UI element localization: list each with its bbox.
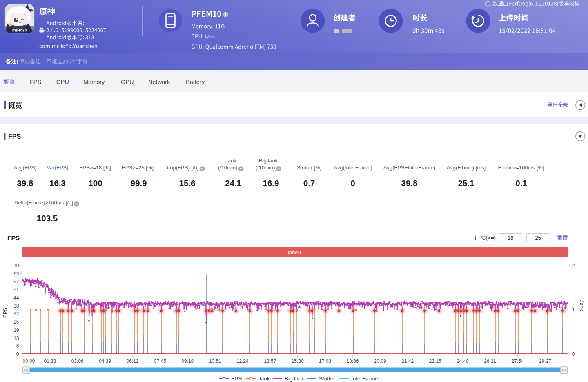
svg-text:70: 70 [13,263,19,269]
svg-text:20:09: 20:09 [374,358,386,364]
svg-text:12:24: 12:24 [236,358,249,364]
svg-text:17:03: 17:03 [319,358,331,364]
svg-text:Jank: Jank [258,375,270,382]
svg-text:BigJank: BigJank [285,375,304,382]
svg-text:27:54: 27:54 [512,358,524,364]
svg-text:FPS: FPS [231,375,242,382]
svg-text:Jank: Jank [579,300,584,311]
svg-text:07:45: 07:45 [154,358,166,364]
svg-text:01:33: 01:33 [44,358,56,364]
svg-text:00:00: 00:00 [23,358,35,364]
svg-text:Battery: Battery [186,79,205,85]
svg-text:InterFrame: InterFrame [351,375,378,382]
svg-text:0: 0 [572,351,575,357]
svg-text:04:39: 04:39 [99,358,111,364]
svg-text:13: 13 [13,335,19,341]
svg-text:13:57: 13:57 [264,358,276,364]
svg-text:19: 19 [13,327,19,333]
svg-text:Stutter: Stutter [319,375,335,382]
svg-text:FPS: FPS [30,79,41,85]
svg-text:6: 6 [16,343,19,349]
svg-text:29:27: 29:27 [539,358,551,364]
svg-text:63: 63 [13,271,19,277]
svg-text:FPS: FPS [2,308,8,318]
svg-text:FPS: FPS [8,133,21,140]
svg-text:label1: label1 [288,249,302,255]
svg-text:GPU: GPU [121,79,134,85]
svg-text:2: 2 [572,263,575,269]
svg-text:15:30: 15:30 [292,358,304,364]
svg-text:Network: Network [148,79,170,85]
svg-text:25: 25 [13,319,19,325]
svg-text:1: 1 [572,307,575,313]
svg-text:24:48: 24:48 [457,358,469,364]
svg-text:0: 0 [16,351,19,357]
svg-text:26:21: 26:21 [484,358,496,364]
svg-text:38: 38 [13,303,19,309]
svg-text:10:51: 10:51 [209,358,221,364]
svg-text:23:15: 23:15 [429,358,441,364]
svg-text:44: 44 [13,295,19,301]
svg-text:06:12: 06:12 [126,358,138,364]
svg-text:18:36: 18:36 [346,358,359,364]
svg-text:Memory: Memory [83,79,105,85]
svg-text:09:18: 09:18 [181,358,194,364]
svg-text:57: 57 [13,279,19,284]
svg-text:03:06: 03:06 [71,358,84,364]
svg-text:CPU: CPU [56,79,69,85]
svg-text:32: 32 [13,311,19,317]
svg-text:21:42: 21:42 [401,358,414,364]
svg-text:51: 51 [13,287,19,293]
